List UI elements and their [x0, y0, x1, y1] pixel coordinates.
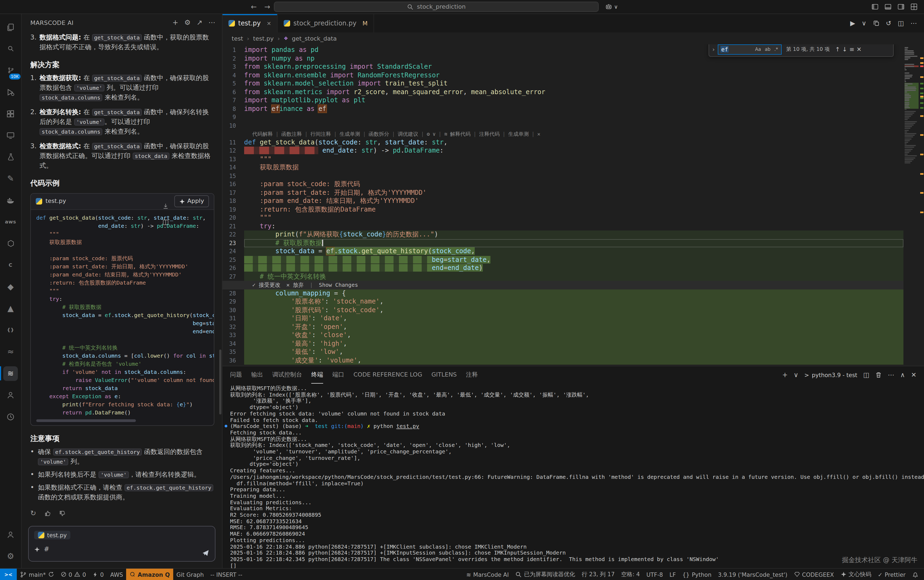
prettier-item[interactable]: ✓Prettier [874, 568, 909, 580]
editor-line[interactable]: 10 [223, 122, 903, 130]
waves-icon[interactable]: ≈ [0, 341, 21, 362]
regenerate-icon[interactable]: ↻ [30, 508, 36, 519]
hexagon-icon[interactable] [0, 232, 21, 254]
docker-icon[interactable] [0, 189, 21, 211]
editor-line[interactable]: 7import matplotlib.pyplot as plt [223, 96, 903, 105]
search-icon[interactable] [0, 38, 21, 59]
more-editor-actions-icon[interactable]: ⋯ [911, 20, 917, 27]
codelens-link[interactable]: 注释代码 [479, 130, 500, 138]
panel-tab[interactable]: 注释 [466, 366, 478, 384]
editor-line[interactable]: 14 获取股票数据 [223, 163, 903, 172]
close-tab-icon[interactable]: ✕ [267, 20, 271, 26]
editor-line[interactable]: 16 :param stock_code: 股票代码 [223, 180, 903, 189]
editor-line[interactable]: 11def get_stock_data(stock_code: str, st… [223, 138, 903, 147]
chat-input-box[interactable]: test.py # [28, 526, 215, 562]
editor-line[interactable]: 27 # 统一中英文列名转换 [223, 272, 903, 281]
timeline-history-icon[interactable]: ↺ [886, 20, 891, 27]
rocket-icon[interactable]: ▲ [0, 298, 21, 319]
breadcrumb-item[interactable]: get_stock_data [292, 35, 337, 42]
panel-more-icon[interactable]: ⋯ [888, 371, 894, 379]
close-find-icon[interactable]: ✕ [856, 46, 863, 53]
person-badge-icon[interactable] [0, 384, 21, 406]
editor-line[interactable]: 5from sklearn.model_selection import tra… [223, 79, 903, 88]
show-changes-button[interactable]: Show Changes [319, 281, 358, 289]
editor-line[interactable]: 24 stock_data = ef.stock.get_quote_histo… [223, 247, 903, 255]
close-icon[interactable]: ✕ [537, 130, 540, 138]
comate-item[interactable]: 文心快码 [837, 568, 874, 580]
whole-word-icon[interactable]: ab [764, 46, 772, 52]
git-graph-item[interactable]: Git Graph [173, 568, 207, 580]
editor-line[interactable]: 20 """ [223, 214, 903, 222]
editor-line[interactable]: 35 '最低': 'low', [223, 348, 903, 356]
customize-layout-icon[interactable] [911, 3, 917, 10]
problems-item[interactable]: 00 [57, 568, 89, 580]
editor-line[interactable]: 15 [223, 172, 903, 180]
editor-line[interactable]: 9 [223, 113, 903, 122]
notifications-bell[interactable] [909, 568, 922, 580]
breadcrumb-item[interactable]: test.py [253, 35, 274, 42]
chat-input-line[interactable]: # [34, 545, 210, 553]
history-clock-icon[interactable] [0, 406, 21, 427]
editor-line[interactable]: 29 '股票名称': 'stock_name', [223, 298, 903, 306]
find-in-selection-icon[interactable]: ≡ [848, 46, 855, 53]
toggle-secondary-sidebar-icon[interactable] [898, 3, 904, 10]
vim-mode-item[interactable]: -- INSERT -- [207, 568, 246, 580]
editor-line[interactable]: 12 end_date: str) -> pd.DataFrame: [223, 147, 903, 155]
amazon-q-item[interactable]: Amazon Q [126, 568, 173, 580]
editor-line[interactable]: 31 '日期': 'date', [223, 314, 903, 323]
panel-tab[interactable]: 调试控制台 [272, 366, 302, 384]
language-mode-item[interactable]: {}Python [679, 568, 715, 580]
toggle-panel-icon[interactable] [884, 3, 891, 10]
accept-changes-button[interactable]: ✓ 接受更改 [252, 281, 280, 289]
codelens-link[interactable]: 函数拆分 [369, 130, 389, 138]
toggle-primary-sidebar-icon[interactable] [871, 3, 879, 10]
copy-code-icon[interactable] [162, 193, 169, 193]
feather-icon[interactable]: ✎ [0, 168, 21, 189]
editor-line[interactable]: 36 '成交量': 'volume', [223, 356, 903, 365]
codelens-link[interactable]: 生成单测 [339, 130, 360, 138]
insert-code-icon[interactable] [162, 203, 169, 209]
editor-line[interactable]: 26 end=end_date) [223, 264, 903, 272]
tasks-count-item[interactable]: 0 [89, 568, 107, 580]
marscode-ai-icon[interactable]: ≋ [0, 362, 21, 384]
editor-line[interactable]: 30 '股票代码': 'stock_code', [223, 306, 903, 314]
terminal-instance-item[interactable]: >python3.9 - test [804, 372, 857, 378]
navigate-forward-icon[interactable]: → [264, 3, 271, 11]
navigate-back-icon[interactable]: ← [251, 3, 257, 11]
editor-line[interactable]: 28 column_mapping = { [223, 289, 903, 298]
codegeex-item[interactable]: CODEGEEX [790, 568, 837, 580]
command-center-search[interactable]: stock_prediction [274, 2, 599, 12]
ai-assistant-button[interactable]: ∨ [606, 3, 618, 10]
terminal-dropdown-icon[interactable]: ∨ [794, 371, 799, 379]
new-chat-icon[interactable]: + [172, 18, 178, 26]
thumbs-up-icon[interactable] [45, 510, 51, 516]
codelens-link[interactable]: 生成单测 [508, 130, 529, 138]
editor-line[interactable]: 13 """ [223, 155, 903, 163]
panel-tab[interactable]: 端口 [332, 366, 344, 384]
find-input[interactable]: ef Aaab.* [718, 44, 782, 54]
editor-content[interactable]: 1import pandas as pd2import numpy as np3… [223, 44, 903, 366]
minimap[interactable] [903, 44, 919, 366]
chevron-down-icon[interactable]: ∨ [432, 130, 436, 138]
codelens-link[interactable]: 调优建议 [398, 130, 418, 138]
maximize-panel-icon[interactable]: ∧ [900, 371, 905, 379]
terminal[interactable]: 从网络获取MSFT的历史数据...获取到的列名: Index(['股票名称', … [223, 384, 924, 568]
gear-icon[interactable]: ⚙ [427, 130, 430, 138]
editor-line[interactable]: 22 print(f"从网络获取{stock_code}的历史数据...") [223, 231, 903, 239]
git-branch-item[interactable]: main* [17, 568, 57, 580]
editor-line[interactable]: 25 beg=start_date, [223, 255, 903, 264]
codelens-link[interactable]: 行间注释 [310, 130, 331, 138]
run-dropdown-icon[interactable]: ∨ [862, 20, 866, 27]
editor-line[interactable]: 8import efinance as ef [223, 105, 903, 113]
editor-line[interactable]: 19 :return: 包含股票数据的DataFrame [223, 205, 903, 214]
remote-indicator[interactable]: >< [0, 568, 17, 580]
editor-line[interactable]: 18 :param end_date: 结束日期, 格式为'YYYYMMDD' [223, 197, 903, 205]
discard-changes-button[interactable]: ✕ 放弃 [286, 281, 304, 289]
panel-tab[interactable]: 输出 [251, 366, 263, 384]
editor-line[interactable]: 32 '开盘': 'open', [223, 323, 903, 331]
regex-icon[interactable]: .* [773, 46, 779, 52]
settings-icon[interactable]: ⚙ [184, 18, 191, 26]
screen-reader-item[interactable]: 已为屏幕阅读器优化 [512, 568, 578, 580]
breadcrumb-item[interactable]: test [232, 35, 243, 42]
editor-line[interactable]: 23 # 获取股票数据 [223, 239, 903, 247]
